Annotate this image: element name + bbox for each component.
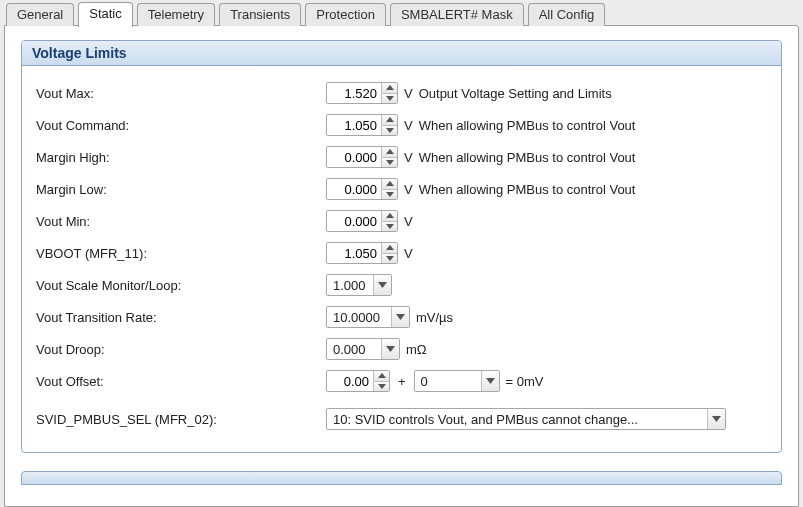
margin-high-down[interactable] (382, 158, 397, 168)
row-droop: Vout Droop: 0.000 mΩ (36, 334, 767, 364)
offset-b-value: 0 (415, 371, 481, 391)
label-margin-low: Margin Low: (36, 182, 326, 197)
vout-min-unit: V (404, 214, 413, 229)
scale-dropdown[interactable]: 1.000 (326, 274, 392, 296)
label-vout-command: Vout Command: (36, 118, 326, 133)
label-svid: SVID_PMBUS_SEL (MFR_02): (36, 412, 326, 427)
scale-dropdown-btn[interactable] (373, 275, 391, 295)
label-vout-max: Vout Max: (36, 86, 326, 101)
trate-unit: mV/µs (416, 310, 453, 325)
config-window: General Static Telemetry Transients Prot… (0, 0, 803, 507)
offset-result: = 0mV (506, 374, 544, 389)
vout-max-unit: V (404, 86, 413, 101)
row-svid: SVID_PMBUS_SEL (MFR_02): 10: SVID contro… (36, 404, 767, 434)
trate-value: 10.0000 (327, 307, 391, 327)
margin-low-desc: When allowing PMBus to control Vout (419, 182, 636, 197)
trate-dropdown-btn[interactable] (391, 307, 409, 327)
margin-low-input[interactable] (327, 179, 381, 199)
svid-dropdown[interactable]: 10: SVID controls Vout, and PMBus cannot… (326, 408, 726, 430)
label-transition-rate: Vout Transition Rate: (36, 310, 326, 325)
vout-command-input[interactable] (327, 115, 381, 135)
tab-protection[interactable]: Protection (305, 3, 386, 26)
droop-value: 0.000 (327, 339, 381, 359)
margin-low-up[interactable] (382, 179, 397, 190)
label-margin-high: Margin High: (36, 150, 326, 165)
vout-min-input[interactable] (327, 211, 381, 231)
row-vboot: VBOOT (MFR_11): V (36, 238, 767, 268)
vout-min-up[interactable] (382, 211, 397, 222)
margin-high-stepper[interactable] (326, 146, 398, 168)
vboot-unit: V (404, 246, 413, 261)
group-title: Voltage Limits (22, 41, 781, 66)
offset-a-down[interactable] (374, 382, 389, 392)
offset-a-input[interactable] (327, 371, 373, 391)
label-scale: Vout Scale Monitor/Loop: (36, 278, 326, 293)
group-body: Vout Max: V Output Voltage Setting and L… (22, 66, 781, 452)
vout-command-up[interactable] (382, 115, 397, 126)
tabpage-static: Voltage Limits Vout Max: V (4, 25, 799, 507)
vboot-input[interactable] (327, 243, 381, 263)
vout-max-up[interactable] (382, 83, 397, 94)
vout-max-input[interactable] (327, 83, 381, 103)
offset-a-up[interactable] (374, 371, 389, 382)
margin-high-unit: V (404, 150, 413, 165)
vout-min-stepper[interactable] (326, 210, 398, 232)
droop-unit: mΩ (406, 342, 427, 357)
trate-dropdown[interactable]: 10.0000 (326, 306, 410, 328)
tab-static[interactable]: Static (78, 2, 133, 27)
margin-high-input[interactable] (327, 147, 381, 167)
offset-b-dropdown-btn[interactable] (481, 371, 499, 391)
row-vout-command: Vout Command: V When allowing PMBus to c… (36, 110, 767, 140)
svid-value: 10: SVID controls Vout, and PMBus cannot… (327, 409, 707, 429)
row-vout-max: Vout Max: V Output Voltage Setting and L… (36, 78, 767, 108)
row-scale: Vout Scale Monitor/Loop: 1.000 (36, 270, 767, 300)
vboot-stepper[interactable] (326, 242, 398, 264)
margin-low-stepper[interactable] (326, 178, 398, 200)
offset-plus: + (396, 374, 408, 389)
row-transition-rate: Vout Transition Rate: 10.0000 mV/µs (36, 302, 767, 332)
margin-low-down[interactable] (382, 190, 397, 200)
row-vout-min: Vout Min: V (36, 206, 767, 236)
vboot-up[interactable] (382, 243, 397, 254)
label-offset: Vout Offset: (36, 374, 326, 389)
offset-a-stepper[interactable] (326, 370, 390, 392)
margin-high-up[interactable] (382, 147, 397, 158)
vout-command-down[interactable] (382, 126, 397, 136)
row-offset: Vout Offset: + 0 (36, 366, 767, 396)
offset-b-dropdown[interactable]: 0 (414, 370, 500, 392)
vout-command-unit: V (404, 118, 413, 133)
label-vboot: VBOOT (MFR_11): (36, 246, 326, 261)
tab-all-config[interactable]: All Config (528, 3, 606, 26)
row-margin-high: Margin High: V When allowing PMBus to co… (36, 142, 767, 172)
scale-value: 1.000 (327, 275, 373, 295)
next-group-peek (21, 471, 782, 485)
tab-telemetry[interactable]: Telemetry (137, 3, 215, 26)
tab-smbalert-mask[interactable]: SMBALERT# Mask (390, 3, 524, 26)
vout-command-desc: When allowing PMBus to control Vout (419, 118, 636, 133)
vout-max-down[interactable] (382, 94, 397, 104)
vout-min-down[interactable] (382, 222, 397, 232)
droop-dropdown-btn[interactable] (381, 339, 399, 359)
vout-command-stepper[interactable] (326, 114, 398, 136)
tabstrip: General Static Telemetry Transients Prot… (0, 0, 803, 26)
tab-transients[interactable]: Transients (219, 3, 301, 26)
tab-general[interactable]: General (6, 3, 74, 26)
label-vout-min: Vout Min: (36, 214, 326, 229)
label-droop: Vout Droop: (36, 342, 326, 357)
row-margin-low: Margin Low: V When allowing PMBus to con… (36, 174, 767, 204)
voltage-limits-group: Voltage Limits Vout Max: V (21, 40, 782, 453)
margin-low-unit: V (404, 182, 413, 197)
vboot-down[interactable] (382, 254, 397, 264)
vout-max-desc: Output Voltage Setting and Limits (419, 86, 612, 101)
vout-max-stepper[interactable] (326, 82, 398, 104)
svid-dropdown-btn[interactable] (707, 409, 725, 429)
droop-dropdown[interactable]: 0.000 (326, 338, 400, 360)
margin-high-desc: When allowing PMBus to control Vout (419, 150, 636, 165)
